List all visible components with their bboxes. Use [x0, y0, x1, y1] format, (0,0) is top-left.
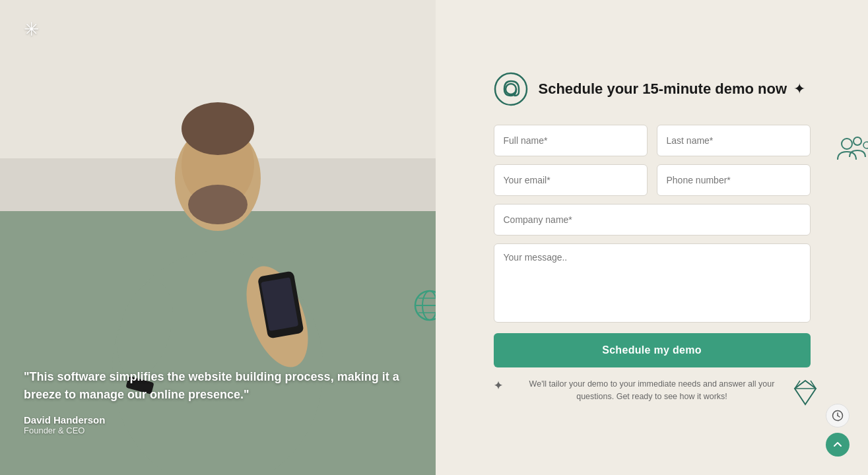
footer-text: We'll tailor your demo to your immediate…: [529, 379, 775, 401]
form-footer: ✦ We'll tailor your demo to your immedia…: [494, 378, 811, 403]
name-row: [494, 125, 811, 156]
svg-point-19: [842, 139, 852, 149]
people-decoration: [835, 132, 868, 172]
form-title: Schedule your 15-minute demo now ✦: [539, 80, 806, 98]
svg-point-21: [863, 142, 868, 148]
svg-point-8: [188, 185, 248, 224]
author-name: David Handerson: [24, 414, 412, 426]
right-panel: Schedule your 15-minute demo now ✦ Sched…: [436, 0, 868, 475]
form-container: Schedule your 15-minute demo now ✦ Sched…: [494, 72, 811, 403]
company-row: [494, 204, 811, 236]
clock-button[interactable]: [826, 404, 850, 428]
contact-row: [494, 164, 811, 196]
svg-point-23: [506, 84, 516, 94]
scroll-up-button[interactable]: [826, 433, 850, 457]
diamond-icon: [793, 379, 817, 410]
star-left: ✦: [494, 378, 502, 394]
left-panel: ✳ "This software simplifies the website …: [0, 0, 436, 475]
phone-input[interactable]: [657, 164, 811, 196]
email-input[interactable]: [494, 164, 648, 196]
svg-line-32: [838, 416, 840, 417]
logo: ✳: [24, 18, 39, 40]
author-role: Founder & CEO: [24, 426, 412, 435]
at-icon: [494, 72, 528, 106]
svg-point-22: [495, 73, 527, 105]
schedule-demo-button[interactable]: Schedule my demo: [494, 333, 811, 367]
svg-point-20: [853, 137, 861, 145]
last-name-input[interactable]: [657, 125, 811, 156]
spark-icon: ✦: [793, 80, 805, 98]
svg-line-28: [795, 381, 805, 389]
svg-line-29: [805, 381, 816, 389]
full-name-input[interactable]: [494, 125, 648, 156]
company-input[interactable]: [494, 204, 811, 236]
globe-decoration: [412, 288, 436, 323]
quote-text: "This software simplifies the website bu…: [24, 368, 412, 404]
quote-section: "This software simplifies the website bu…: [24, 368, 412, 435]
form-header: Schedule your 15-minute demo now ✦: [494, 72, 811, 106]
svg-point-7: [182, 102, 254, 155]
message-textarea[interactable]: [494, 243, 811, 323]
